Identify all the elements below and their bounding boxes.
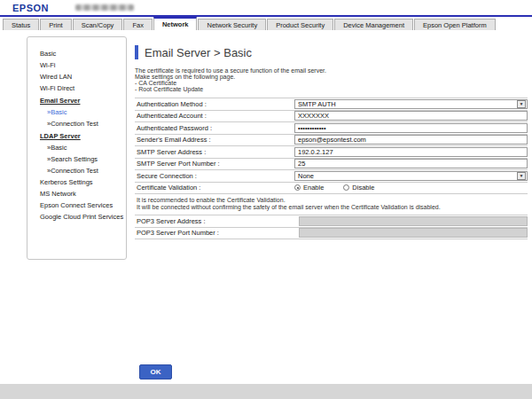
sidebar-item-basic[interactable]: Basic (40, 48, 122, 59)
senders-email-address-input[interactable] (294, 135, 528, 145)
tab-fax[interactable]: Fax (123, 19, 153, 30)
field-label: Sender's Email Address : (135, 136, 294, 144)
authenticated-account-input[interactable] (294, 111, 528, 121)
field-label: Authenticated Password : (135, 124, 294, 132)
sidebar-item-wired-lan[interactable]: Wired LAN (40, 71, 122, 82)
sidebar-item-email-server-connection-test[interactable]: »Connection Test (40, 118, 122, 129)
tab-network[interactable]: Network (153, 17, 198, 30)
epson-logo: EPSON (12, 3, 49, 13)
form-row-authenticated-password: Authenticated Password : (135, 121, 528, 134)
tab-network-security[interactable]: Network Security (198, 19, 266, 30)
radio-selected-icon (294, 184, 301, 191)
form-row-certificate-validation: Certificate Validation : Enable Disable (135, 182, 528, 194)
tab-print[interactable]: Print (40, 19, 71, 30)
note-line: It is recommended to enable the Certific… (137, 197, 528, 204)
smtp-server-port-input[interactable] (294, 159, 528, 168)
sidebar-item-google-cloud-print-services[interactable]: Google Cloud Print Services (40, 211, 122, 223)
description-line: - Root Certificate Update (135, 86, 528, 92)
tab-epson-open-platform[interactable]: Epson Open Platform (414, 19, 496, 30)
field-label: Authenticated Account : (135, 112, 294, 120)
sidebar-item-ldap-basic[interactable]: »Basic (40, 142, 122, 153)
tab-bar: Status Print Scan/Copy Fax Network Netwo… (0, 17, 532, 30)
form-row-smtp-server-address: SMTP Server Address : (135, 145, 528, 158)
selected-value: SMTP AUTH (295, 100, 336, 108)
certificate-validation-enable-radio[interactable]: Enable (294, 184, 324, 192)
sidebar-item-wifi[interactable]: Wi-Fi (40, 59, 122, 71)
note-line: It will be connected without confirming … (137, 204, 528, 211)
web-config-page: EPSON Status Print Scan/Copy Fax Network… (0, 0, 532, 384)
radio-unselected-icon (343, 184, 349, 191)
ok-button[interactable]: OK (139, 364, 172, 379)
pop3-server-address-input (299, 216, 528, 226)
field-label: SMTP Server Address : (135, 148, 294, 156)
radio-label: Disable (352, 184, 374, 192)
tab-product-security[interactable]: Product Security (267, 19, 333, 30)
title-row: Email Server > Basic (135, 45, 528, 59)
form-row-pop3-server-port: POP3 Server Port Number : (135, 227, 528, 239)
form-row-authentication-method: Authentication Method : SMTP AUTH ▼ (135, 98, 528, 110)
sidebar-item-ms-network[interactable]: MS Network (40, 188, 122, 200)
selected-value: None (295, 172, 314, 180)
sidebar-section-ldap-server[interactable]: LDAP Server (40, 130, 122, 142)
tab-status[interactable]: Status (3, 19, 39, 30)
tab-scan-copy[interactable]: Scan/Copy (73, 19, 123, 30)
sidebar-item-ldap-connection-test[interactable]: »Connection Test (40, 165, 122, 176)
sidebar-item-ldap-search-settings[interactable]: »Search Settings (40, 153, 122, 165)
field-label: Certificate Validation : (135, 184, 294, 192)
field-label: SMTP Server Port Number : (135, 160, 294, 168)
form-row-senders-email-address: Sender's Email Address : (135, 134, 528, 146)
secure-connection-select[interactable]: None ▼ (294, 171, 528, 181)
smtp-server-address-input[interactable] (294, 147, 528, 157)
description-line: Make settings on the following page. (135, 74, 528, 80)
main-panel: Email Server > Basic The certificate is … (127, 36, 532, 260)
form-row-smtp-server-port: SMTP Server Port Number : (135, 158, 528, 170)
field-label: POP3 Server Address : (135, 217, 294, 225)
header: EPSON (0, 0, 532, 15)
printer-model-blurred (75, 4, 134, 11)
form-row-pop3-server-address: POP3 Server Address : (135, 215, 528, 227)
form-row-authenticated-account: Authenticated Account : (135, 110, 528, 122)
field-label: Secure Connection : (135, 172, 294, 180)
authenticated-password-input[interactable] (294, 123, 528, 133)
field-label: POP3 Server Port Number : (135, 229, 294, 237)
description-line: - CA Certificate (135, 80, 528, 86)
sidebar-item-wifi-direct[interactable]: Wi-Fi Direct (40, 82, 122, 94)
form-row-secure-connection: Secure Connection : None ▼ (135, 169, 528, 182)
email-server-form: Authentication Method : SMTP AUTH ▼ Auth… (135, 98, 528, 239)
field-label: Authentication Method : (135, 100, 294, 108)
certificate-validation-note: It is recommended to enable the Certific… (135, 193, 528, 215)
sidebar-nav: Basic Wi-Fi Wired LAN Wi-Fi Direct Email… (27, 36, 127, 260)
page-title: Email Server > Basic (145, 46, 252, 59)
certificate-validation-disable-radio[interactable]: Disable (343, 184, 374, 192)
title-accent-bar (135, 45, 138, 59)
content-area: Basic Wi-Fi Wired LAN Wi-Fi Direct Email… (0, 30, 532, 260)
page-description: The certificate is required to use a sec… (135, 67, 528, 92)
dropdown-arrow-icon: ▼ (517, 100, 526, 108)
dropdown-arrow-icon: ▼ (517, 172, 526, 180)
certificate-validation-radio-group: Enable Disable (294, 184, 374, 192)
sidebar-item-email-server-basic[interactable]: »Basic (40, 106, 122, 118)
description-line: The certificate is required to use a sec… (135, 67, 528, 74)
sidebar-item-epson-connect-services[interactable]: Epson Connect Services (40, 200, 122, 211)
authentication-method-select[interactable]: SMTP AUTH ▼ (294, 99, 528, 109)
sidebar-item-kerberos-settings[interactable]: Kerberos Settings (40, 176, 122, 188)
radio-label: Enable (303, 184, 324, 192)
sidebar-section-email-server[interactable]: Email Server (40, 95, 122, 106)
tab-device-management[interactable]: Device Management (334, 19, 413, 30)
pop3-server-port-input (299, 228, 528, 238)
